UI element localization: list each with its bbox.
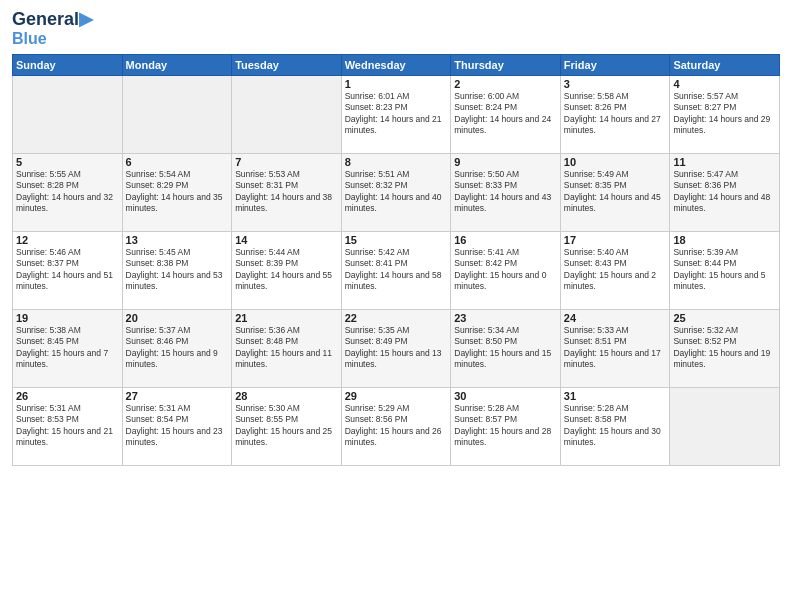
day-number: 11 [673,156,776,168]
page-header: General▶ Blue [12,10,780,48]
calendar-cell: 19Sunrise: 5:38 AMSunset: 8:45 PMDayligh… [13,309,123,387]
calendar-cell: 31Sunrise: 5:28 AMSunset: 8:58 PMDayligh… [560,387,670,465]
day-number: 22 [345,312,448,324]
calendar-cell: 17Sunrise: 5:40 AMSunset: 8:43 PMDayligh… [560,231,670,309]
day-info: Sunrise: 5:46 AMSunset: 8:37 PMDaylight:… [16,247,119,293]
day-info: Sunrise: 5:47 AMSunset: 8:36 PMDaylight:… [673,169,776,215]
calendar-cell: 15Sunrise: 5:42 AMSunset: 8:41 PMDayligh… [341,231,451,309]
day-info: Sunrise: 5:50 AMSunset: 8:33 PMDaylight:… [454,169,557,215]
calendar-cell: 1Sunrise: 6:01 AMSunset: 8:23 PMDaylight… [341,75,451,153]
day-number: 8 [345,156,448,168]
calendar-cell: 7Sunrise: 5:53 AMSunset: 8:31 PMDaylight… [232,153,342,231]
day-number: 21 [235,312,338,324]
weekday-saturday: Saturday [670,54,780,75]
calendar-cell: 22Sunrise: 5:35 AMSunset: 8:49 PMDayligh… [341,309,451,387]
calendar-cell: 20Sunrise: 5:37 AMSunset: 8:46 PMDayligh… [122,309,232,387]
logo-text: General▶ [12,10,93,30]
day-number: 17 [564,234,667,246]
calendar-row: 1Sunrise: 6:01 AMSunset: 8:23 PMDaylight… [13,75,780,153]
day-info: Sunrise: 5:36 AMSunset: 8:48 PMDaylight:… [235,325,338,371]
day-info: Sunrise: 5:40 AMSunset: 8:43 PMDaylight:… [564,247,667,293]
day-info: Sunrise: 5:29 AMSunset: 8:56 PMDaylight:… [345,403,448,449]
day-number: 31 [564,390,667,402]
weekday-wednesday: Wednesday [341,54,451,75]
weekday-monday: Monday [122,54,232,75]
calendar-row: 5Sunrise: 5:55 AMSunset: 8:28 PMDaylight… [13,153,780,231]
weekday-sunday: Sunday [13,54,123,75]
calendar-row: 12Sunrise: 5:46 AMSunset: 8:37 PMDayligh… [13,231,780,309]
day-number: 14 [235,234,338,246]
day-number: 30 [454,390,557,402]
weekday-friday: Friday [560,54,670,75]
calendar-cell: 16Sunrise: 5:41 AMSunset: 8:42 PMDayligh… [451,231,561,309]
calendar-row: 19Sunrise: 5:38 AMSunset: 8:45 PMDayligh… [13,309,780,387]
calendar-row: 26Sunrise: 5:31 AMSunset: 8:53 PMDayligh… [13,387,780,465]
day-info: Sunrise: 5:34 AMSunset: 8:50 PMDaylight:… [454,325,557,371]
day-info: Sunrise: 5:39 AMSunset: 8:44 PMDaylight:… [673,247,776,293]
day-number: 28 [235,390,338,402]
day-number: 23 [454,312,557,324]
calendar-cell: 14Sunrise: 5:44 AMSunset: 8:39 PMDayligh… [232,231,342,309]
calendar-cell: 24Sunrise: 5:33 AMSunset: 8:51 PMDayligh… [560,309,670,387]
day-number: 25 [673,312,776,324]
calendar-cell: 18Sunrise: 5:39 AMSunset: 8:44 PMDayligh… [670,231,780,309]
day-number: 6 [126,156,229,168]
day-number: 15 [345,234,448,246]
day-info: Sunrise: 5:33 AMSunset: 8:51 PMDaylight:… [564,325,667,371]
day-number: 24 [564,312,667,324]
calendar-cell [232,75,342,153]
day-info: Sunrise: 5:28 AMSunset: 8:57 PMDaylight:… [454,403,557,449]
day-info: Sunrise: 5:28 AMSunset: 8:58 PMDaylight:… [564,403,667,449]
logo-blue: Blue [12,30,47,47]
calendar-cell: 26Sunrise: 5:31 AMSunset: 8:53 PMDayligh… [13,387,123,465]
calendar-cell: 4Sunrise: 5:57 AMSunset: 8:27 PMDaylight… [670,75,780,153]
calendar-cell: 9Sunrise: 5:50 AMSunset: 8:33 PMDaylight… [451,153,561,231]
day-info: Sunrise: 5:41 AMSunset: 8:42 PMDaylight:… [454,247,557,293]
day-info: Sunrise: 5:31 AMSunset: 8:54 PMDaylight:… [126,403,229,449]
day-number: 16 [454,234,557,246]
weekday-header-row: SundayMondayTuesdayWednesdayThursdayFrid… [13,54,780,75]
calendar-cell: 5Sunrise: 5:55 AMSunset: 8:28 PMDaylight… [13,153,123,231]
day-info: Sunrise: 5:44 AMSunset: 8:39 PMDaylight:… [235,247,338,293]
day-info: Sunrise: 5:58 AMSunset: 8:26 PMDaylight:… [564,91,667,137]
day-number: 29 [345,390,448,402]
calendar-cell: 12Sunrise: 5:46 AMSunset: 8:37 PMDayligh… [13,231,123,309]
day-info: Sunrise: 5:42 AMSunset: 8:41 PMDaylight:… [345,247,448,293]
calendar-cell: 3Sunrise: 5:58 AMSunset: 8:26 PMDaylight… [560,75,670,153]
calendar-cell: 27Sunrise: 5:31 AMSunset: 8:54 PMDayligh… [122,387,232,465]
day-info: Sunrise: 5:37 AMSunset: 8:46 PMDaylight:… [126,325,229,371]
day-info: Sunrise: 5:31 AMSunset: 8:53 PMDaylight:… [16,403,119,449]
calendar-cell: 21Sunrise: 5:36 AMSunset: 8:48 PMDayligh… [232,309,342,387]
calendar-cell [670,387,780,465]
day-number: 1 [345,78,448,90]
day-number: 10 [564,156,667,168]
day-info: Sunrise: 5:35 AMSunset: 8:49 PMDaylight:… [345,325,448,371]
day-number: 4 [673,78,776,90]
day-info: Sunrise: 5:45 AMSunset: 8:38 PMDaylight:… [126,247,229,293]
calendar-cell: 10Sunrise: 5:49 AMSunset: 8:35 PMDayligh… [560,153,670,231]
calendar-cell: 8Sunrise: 5:51 AMSunset: 8:32 PMDaylight… [341,153,451,231]
day-number: 5 [16,156,119,168]
day-info: Sunrise: 5:53 AMSunset: 8:31 PMDaylight:… [235,169,338,215]
day-number: 7 [235,156,338,168]
day-number: 18 [673,234,776,246]
calendar-cell: 30Sunrise: 5:28 AMSunset: 8:57 PMDayligh… [451,387,561,465]
calendar-cell: 23Sunrise: 5:34 AMSunset: 8:50 PMDayligh… [451,309,561,387]
calendar-cell: 2Sunrise: 6:00 AMSunset: 8:24 PMDaylight… [451,75,561,153]
weekday-thursday: Thursday [451,54,561,75]
day-number: 20 [126,312,229,324]
day-number: 13 [126,234,229,246]
day-info: Sunrise: 5:57 AMSunset: 8:27 PMDaylight:… [673,91,776,137]
day-info: Sunrise: 5:32 AMSunset: 8:52 PMDaylight:… [673,325,776,371]
day-number: 19 [16,312,119,324]
day-number: 27 [126,390,229,402]
day-info: Sunrise: 6:00 AMSunset: 8:24 PMDaylight:… [454,91,557,137]
day-number: 2 [454,78,557,90]
calendar-table: SundayMondayTuesdayWednesdayThursdayFrid… [12,54,780,466]
day-info: Sunrise: 5:51 AMSunset: 8:32 PMDaylight:… [345,169,448,215]
calendar-cell: 29Sunrise: 5:29 AMSunset: 8:56 PMDayligh… [341,387,451,465]
calendar-cell [13,75,123,153]
day-number: 9 [454,156,557,168]
logo: General▶ Blue [12,10,93,48]
day-info: Sunrise: 5:30 AMSunset: 8:55 PMDaylight:… [235,403,338,449]
